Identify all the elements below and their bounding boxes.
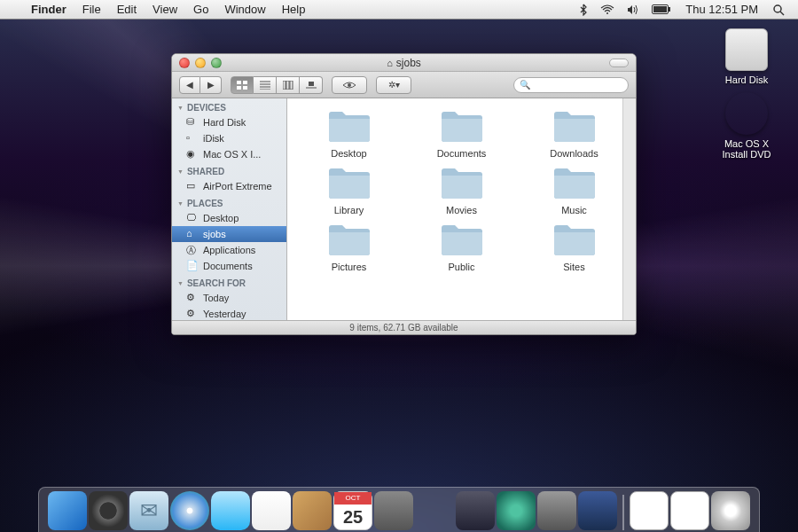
menu-edit[interactable]: Edit: [109, 0, 145, 20]
folder-label: Downloads: [550, 148, 598, 159]
finder-content[interactable]: DesktopDocumentsDownloadsLibraryMoviesMu…: [287, 98, 636, 320]
folder-label: Movies: [446, 205, 477, 215]
folder-label: Pictures: [332, 262, 367, 272]
folder-item[interactable]: Documents: [405, 107, 518, 159]
dock-document1[interactable]: [630, 491, 669, 530]
dock-document2[interactable]: [670, 491, 709, 530]
desktop-icon-label: Hard Disk: [725, 74, 768, 85]
volume-icon[interactable]: [621, 4, 645, 15]
back-button[interactable]: ◀: [179, 76, 200, 94]
bluetooth-icon[interactable]: [573, 4, 594, 16]
menu-go[interactable]: Go: [185, 0, 216, 20]
menu-file[interactable]: File: [74, 0, 109, 20]
svg-rect-15: [286, 81, 289, 90]
dock-divider: [622, 495, 624, 530]
zoom-button[interactable]: [211, 58, 222, 68]
sidebar-item-smart[interactable]: ⚙Today: [172, 290, 286, 306]
dock-ical[interactable]: OCT25: [333, 491, 372, 530]
search-input[interactable]: 🔍: [513, 77, 629, 93]
dock-finder[interactable]: [48, 491, 87, 530]
sidebar-group-header[interactable]: DEVICES: [172, 98, 286, 114]
svg-point-4: [774, 5, 781, 12]
app-menu[interactable]: Finder: [23, 0, 74, 20]
view-coverflow-button[interactable]: [300, 76, 323, 94]
folder-item[interactable]: Sites: [518, 221, 630, 272]
dock-trash[interactable]: [711, 491, 750, 530]
view-icons-button[interactable]: [231, 76, 254, 94]
sidebar-item-label: iDisk: [203, 133, 224, 144]
quicklook-button[interactable]: [332, 76, 367, 94]
dock-quicktime[interactable]: [578, 491, 617, 530]
sidebar-item-smart[interactable]: ⚙Yesterday: [172, 306, 286, 320]
folder-item[interactable]: Music: [518, 164, 630, 215]
sidebar-item-disk[interactable]: ⛁Hard Disk: [172, 114, 286, 130]
window-titlebar[interactable]: ⌂ sjobs: [172, 54, 636, 72]
folder-icon: [439, 107, 485, 145]
svg-rect-3: [669, 7, 670, 12]
home-icon: ⌂: [387, 58, 393, 68]
folder-icon: [552, 164, 598, 201]
minimize-button[interactable]: [195, 58, 206, 68]
folder-item[interactable]: Pictures: [293, 221, 405, 272]
menubar-clock[interactable]: Thu 12:51 PM: [677, 0, 766, 20]
sidebar-item-home[interactable]: ⌂sjobs: [172, 226, 286, 242]
sidebar-item-desktop[interactable]: 🖵Desktop: [172, 210, 286, 226]
finder-sidebar: DEVICES⛁Hard Disk▫iDisk◉Mac OS X I...SHA…: [172, 98, 287, 320]
apps-icon: Ⓐ: [186, 244, 199, 256]
sidebar-item-idisk[interactable]: ▫iDisk: [172, 130, 286, 146]
folder-label: Sites: [563, 262, 584, 272]
dock-itunes[interactable]: [415, 491, 454, 530]
menu-view[interactable]: View: [145, 0, 185, 20]
sidebar-group-header[interactable]: SHARED: [172, 162, 286, 178]
dock-ichat[interactable]: [211, 491, 250, 530]
folder-icon: [326, 221, 372, 258]
folder-item[interactable]: Desktop: [293, 107, 405, 159]
spotlight-icon[interactable]: [766, 4, 791, 16]
folder-label: Documents: [437, 148, 487, 159]
sidebar-item-docs[interactable]: 📄Documents: [172, 258, 286, 274]
sidebar-group-header[interactable]: PLACES: [172, 194, 286, 210]
svg-rect-16: [290, 81, 293, 90]
close-button[interactable]: [179, 58, 190, 68]
dock-photobooth[interactable]: [252, 491, 291, 530]
forward-button[interactable]: ▶: [200, 76, 222, 94]
dock-safari[interactable]: [170, 491, 209, 530]
dock: OCT25: [38, 487, 760, 532]
wifi-icon[interactable]: [594, 4, 621, 15]
dock-timemachine[interactable]: [497, 491, 536, 530]
menu-window[interactable]: Window: [216, 0, 273, 20]
dock-addressbook[interactable]: [293, 491, 332, 530]
toolbar-toggle-button[interactable]: [609, 59, 629, 67]
scrollbar[interactable]: [622, 98, 636, 320]
folder-item[interactable]: Movies: [405, 164, 518, 215]
folder-item[interactable]: Library: [293, 164, 405, 215]
dock-spaces[interactable]: [456, 491, 495, 530]
sidebar-item-label: Documents: [203, 261, 253, 271]
battery-icon[interactable]: [645, 4, 677, 14]
view-list-button[interactable]: [254, 76, 277, 94]
dock-dashboard[interactable]: [89, 491, 128, 530]
desktop-icon-hard-disk[interactable]: Hard Disk: [711, 28, 782, 85]
svg-rect-8: [237, 86, 241, 90]
action-button[interactable]: ✲▾: [376, 76, 411, 94]
sidebar-group-header[interactable]: SEARCH FOR: [172, 274, 286, 290]
sidebar-item-dvd[interactable]: ◉Mac OS X I...: [172, 146, 286, 162]
folder-item[interactable]: Downloads: [518, 107, 630, 159]
view-columns-button[interactable]: [277, 76, 300, 94]
apple-menu[interactable]: [7, 0, 23, 20]
finder-window: ⌂ sjobs ◀ ▶ ✲▾ 🔍 DEVICES⛁Hard Disk▫iDisk…: [171, 53, 637, 335]
svg-rect-9: [243, 86, 247, 90]
folder-item[interactable]: Public: [405, 221, 518, 272]
sidebar-item-label: sjobs: [203, 229, 226, 239]
dock-preview[interactable]: [374, 491, 413, 530]
dock-mail[interactable]: [129, 491, 168, 530]
menu-help[interactable]: Help: [274, 0, 314, 20]
svg-rect-6: [237, 81, 241, 84]
svg-rect-7: [243, 81, 247, 84]
sidebar-item-label: Today: [203, 293, 229, 303]
sidebar-item-apps[interactable]: ⒶApplications: [172, 242, 286, 258]
desktop-icon-install-dvd[interactable]: Mac OS X Install DVD: [711, 92, 782, 160]
sidebar-item-network[interactable]: ▭AirPort Extreme: [172, 178, 286, 194]
dock-preferences[interactable]: [537, 491, 576, 530]
svg-rect-17: [309, 82, 314, 86]
